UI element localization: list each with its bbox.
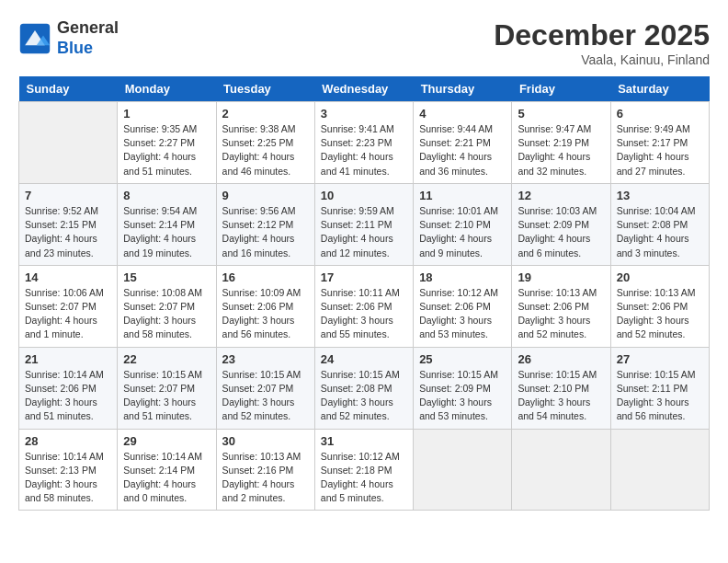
calendar-cell: 19Sunrise: 10:13 AM Sunset: 2:06 PM Dayl…	[512, 265, 610, 347]
calendar-cell: 20Sunrise: 10:13 AM Sunset: 2:06 PM Dayl…	[610, 265, 709, 347]
day-info: Sunrise: 9:41 AM Sunset: 2:23 PM Dayligh…	[321, 122, 407, 178]
calendar-cell: 26Sunrise: 10:15 AM Sunset: 2:10 PM Dayl…	[512, 347, 610, 429]
day-number: 18	[419, 270, 506, 284]
day-info: Sunrise: 9:49 AM Sunset: 2:17 PM Dayligh…	[617, 122, 703, 178]
calendar-cell: 8Sunrise: 9:54 AM Sunset: 2:14 PM Daylig…	[118, 183, 216, 265]
calendar-cell: 12Sunrise: 10:03 AM Sunset: 2:09 PM Dayl…	[512, 183, 610, 265]
calendar-cell: 29Sunrise: 10:14 AM Sunset: 2:14 PM Dayl…	[118, 429, 216, 511]
logo-general: General	[57, 18, 119, 37]
calendar-cell: 4Sunrise: 9:44 AM Sunset: 2:21 PM Daylig…	[414, 102, 512, 184]
calendar-cell: 3Sunrise: 9:41 AM Sunset: 2:23 PM Daylig…	[314, 102, 413, 184]
day-info: Sunrise: 10:13 AM Sunset: 2:06 PM Daylig…	[518, 286, 604, 342]
day-header-monday: Monday	[118, 76, 216, 102]
day-header-sunday: Sunday	[19, 76, 118, 102]
day-number: 19	[518, 270, 604, 284]
calendar-cell	[610, 429, 709, 511]
day-info: Sunrise: 10:13 AM Sunset: 2:06 PM Daylig…	[617, 286, 703, 342]
day-number: 25	[419, 352, 506, 366]
day-header-saturday: Saturday	[610, 76, 709, 102]
day-info: Sunrise: 10:15 AM Sunset: 2:07 PM Daylig…	[123, 368, 210, 424]
page-header: General Blue December 2025 Vaala, Kainuu…	[18, 18, 710, 67]
day-info: Sunrise: 9:59 AM Sunset: 2:11 PM Dayligh…	[321, 204, 407, 260]
week-row-3: 14Sunrise: 10:06 AM Sunset: 2:07 PM Dayl…	[19, 265, 710, 347]
day-header-thursday: Thursday	[414, 76, 512, 102]
day-number: 4	[419, 107, 506, 121]
day-info: Sunrise: 10:14 AM Sunset: 2:13 PM Daylig…	[25, 450, 111, 506]
calendar-cell: 6Sunrise: 9:49 AM Sunset: 2:17 PM Daylig…	[610, 102, 709, 184]
calendar-cell: 30Sunrise: 10:13 AM Sunset: 2:16 PM Dayl…	[216, 429, 314, 511]
day-number: 7	[25, 189, 111, 202]
title-block: December 2025 Vaala, Kainuu, Finland	[494, 18, 710, 67]
calendar-cell: 11Sunrise: 10:01 AM Sunset: 2:10 PM Dayl…	[414, 183, 512, 265]
day-info: Sunrise: 10:06 AM Sunset: 2:07 PM Daylig…	[25, 286, 111, 342]
calendar-cell: 24Sunrise: 10:15 AM Sunset: 2:08 PM Dayl…	[314, 347, 413, 429]
day-number: 13	[617, 189, 703, 202]
day-number: 5	[518, 107, 604, 121]
calendar-cell: 18Sunrise: 10:12 AM Sunset: 2:06 PM Dayl…	[414, 265, 512, 347]
day-info: Sunrise: 9:44 AM Sunset: 2:21 PM Dayligh…	[419, 122, 506, 178]
day-info: Sunrise: 9:56 AM Sunset: 2:12 PM Dayligh…	[222, 204, 309, 260]
day-number: 23	[222, 352, 309, 366]
week-row-2: 7Sunrise: 9:52 AM Sunset: 2:15 PM Daylig…	[19, 183, 710, 265]
week-row-4: 21Sunrise: 10:14 AM Sunset: 2:06 PM Dayl…	[19, 347, 710, 429]
logo-blue: Blue	[57, 39, 93, 57]
day-number: 15	[123, 270, 210, 284]
day-number: 11	[419, 189, 506, 202]
day-number: 9	[222, 189, 309, 202]
day-info: Sunrise: 10:12 AM Sunset: 2:18 PM Daylig…	[321, 450, 407, 506]
calendar-cell: 23Sunrise: 10:15 AM Sunset: 2:07 PM Dayl…	[216, 347, 314, 429]
day-number: 22	[123, 352, 210, 366]
day-number: 1	[123, 107, 210, 121]
day-number: 2	[222, 107, 309, 121]
day-header-friday: Friday	[512, 76, 610, 102]
day-number: 24	[321, 352, 407, 366]
calendar-cell: 5Sunrise: 9:47 AM Sunset: 2:19 PM Daylig…	[512, 102, 610, 184]
calendar-cell	[512, 429, 610, 511]
day-info: Sunrise: 9:38 AM Sunset: 2:25 PM Dayligh…	[222, 122, 309, 178]
day-number: 26	[518, 352, 604, 366]
day-info: Sunrise: 10:15 AM Sunset: 2:08 PM Daylig…	[321, 368, 407, 424]
day-info: Sunrise: 9:52 AM Sunset: 2:15 PM Dayligh…	[25, 204, 111, 260]
days-header-row: SundayMondayTuesdayWednesdayThursdayFrid…	[19, 76, 710, 102]
day-info: Sunrise: 10:15 AM Sunset: 2:07 PM Daylig…	[222, 368, 309, 424]
day-info: Sunrise: 9:54 AM Sunset: 2:14 PM Dayligh…	[123, 204, 210, 260]
day-info: Sunrise: 10:08 AM Sunset: 2:07 PM Daylig…	[123, 286, 210, 342]
calendar-table: SundayMondayTuesdayWednesdayThursdayFrid…	[18, 76, 710, 511]
calendar-cell	[414, 429, 512, 511]
day-number: 17	[321, 270, 407, 284]
day-info: Sunrise: 10:15 AM Sunset: 2:10 PM Daylig…	[518, 368, 604, 424]
calendar-cell: 15Sunrise: 10:08 AM Sunset: 2:07 PM Dayl…	[118, 265, 216, 347]
day-info: Sunrise: 10:04 AM Sunset: 2:08 PM Daylig…	[617, 204, 703, 260]
calendar-cell: 10Sunrise: 9:59 AM Sunset: 2:11 PM Dayli…	[314, 183, 413, 265]
day-number: 30	[222, 434, 309, 448]
calendar-cell: 22Sunrise: 10:15 AM Sunset: 2:07 PM Dayl…	[118, 347, 216, 429]
day-number: 29	[123, 434, 210, 448]
day-info: Sunrise: 10:01 AM Sunset: 2:10 PM Daylig…	[419, 204, 506, 260]
day-info: Sunrise: 10:14 AM Sunset: 2:06 PM Daylig…	[25, 368, 111, 424]
calendar-cell: 25Sunrise: 10:15 AM Sunset: 2:09 PM Dayl…	[414, 347, 512, 429]
day-number: 31	[321, 434, 407, 448]
day-info: Sunrise: 10:15 AM Sunset: 2:11 PM Daylig…	[617, 368, 703, 424]
day-number: 27	[617, 352, 703, 366]
logo-icon	[18, 22, 51, 55]
day-info: Sunrise: 9:35 AM Sunset: 2:27 PM Dayligh…	[123, 122, 210, 178]
day-number: 21	[25, 352, 111, 366]
calendar-cell: 1Sunrise: 9:35 AM Sunset: 2:27 PM Daylig…	[118, 102, 216, 184]
week-row-5: 28Sunrise: 10:14 AM Sunset: 2:13 PM Dayl…	[19, 429, 710, 511]
week-row-1: 1Sunrise: 9:35 AM Sunset: 2:27 PM Daylig…	[19, 102, 710, 184]
day-number: 6	[617, 107, 703, 121]
day-info: Sunrise: 10:13 AM Sunset: 2:16 PM Daylig…	[222, 450, 309, 506]
location: Vaala, Kainuu, Finland	[494, 52, 710, 67]
calendar-cell	[19, 102, 118, 184]
day-number: 8	[123, 189, 210, 202]
day-number: 20	[617, 270, 703, 284]
day-info: Sunrise: 10:09 AM Sunset: 2:06 PM Daylig…	[222, 286, 309, 342]
calendar-cell: 13Sunrise: 10:04 AM Sunset: 2:08 PM Dayl…	[610, 183, 709, 265]
calendar-cell: 14Sunrise: 10:06 AM Sunset: 2:07 PM Dayl…	[19, 265, 118, 347]
calendar-cell: 16Sunrise: 10:09 AM Sunset: 2:06 PM Dayl…	[216, 265, 314, 347]
calendar-cell: 9Sunrise: 9:56 AM Sunset: 2:12 PM Daylig…	[216, 183, 314, 265]
calendar-cell: 17Sunrise: 10:11 AM Sunset: 2:06 PM Dayl…	[314, 265, 413, 347]
day-number: 12	[518, 189, 604, 202]
day-number: 14	[25, 270, 111, 284]
calendar-cell: 27Sunrise: 10:15 AM Sunset: 2:11 PM Dayl…	[610, 347, 709, 429]
